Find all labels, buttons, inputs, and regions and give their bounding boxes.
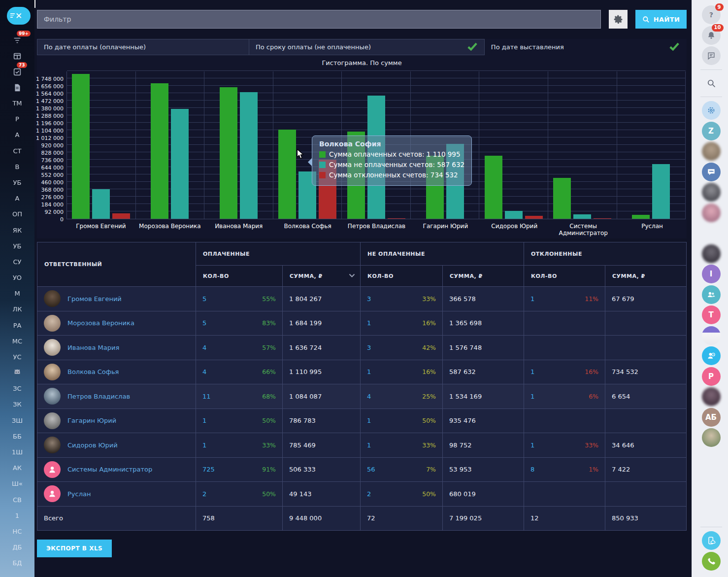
export-xls-button[interactable]: ЭКСПОРТ В XLS xyxy=(37,540,112,557)
group-avatar-icon[interactable] xyxy=(702,285,721,304)
sidebar-item-НС[interactable]: НС xyxy=(0,524,34,540)
sidebar-item-1[interactable]: 1 xyxy=(0,508,34,524)
responsible-link[interactable]: Системы Администратор xyxy=(67,466,152,473)
sidebar-item-СВ[interactable]: СВ xyxy=(0,492,34,508)
responsible-link[interactable]: Руслан xyxy=(67,490,91,498)
sidebar-item-Ш«[interactable]: Ш« xyxy=(0,476,34,492)
sidebar-item-ОП[interactable]: ОП xyxy=(0,206,34,222)
chat-avatar[interactable] xyxy=(702,183,721,202)
bar[interactable] xyxy=(240,92,258,219)
collapse-menu-button[interactable]: ✕ xyxy=(7,7,31,25)
sidebar-item-УБ[interactable]: УБ xyxy=(0,238,34,254)
col-header-paid-sum[interactable]: СУММА, ₽ xyxy=(283,266,361,287)
chat-avatar[interactable]: I xyxy=(702,265,721,283)
search-button[interactable]: НАЙТИ xyxy=(635,10,687,29)
sidebar-item-Р[interactable]: Р xyxy=(0,111,34,127)
bar[interactable] xyxy=(72,74,90,219)
responsible-link[interactable]: Громов Евгений xyxy=(67,295,122,303)
bar[interactable] xyxy=(632,215,650,219)
messages-icon[interactable] xyxy=(702,46,721,65)
search-icon[interactable] xyxy=(702,74,721,93)
chat-avatar[interactable]: Т xyxy=(702,305,721,324)
filter-input[interactable] xyxy=(37,10,601,29)
phone-icon[interactable] xyxy=(702,552,721,571)
col-header-unpaid-count[interactable]: КОЛ-ВО xyxy=(361,266,443,287)
responsible-link[interactable]: Сидоров Юрий xyxy=(67,441,118,449)
chat-avatar[interactable] xyxy=(702,204,721,222)
sidebar-item-М[interactable]: М xyxy=(0,286,34,302)
responsible-link[interactable]: Петров Владислав xyxy=(67,393,130,400)
sidebar-item-УО[interactable]: УО xyxy=(0,270,34,286)
chat-avatar[interactable] xyxy=(702,387,721,406)
sidebar-item-ЗШ[interactable]: ЗШ xyxy=(0,413,34,429)
bar[interactable] xyxy=(220,87,237,219)
sidebar-item-СТ[interactable]: СТ xyxy=(0,143,34,159)
chat-avatar[interactable] xyxy=(702,428,721,447)
sidebar-item-В[interactable]: В xyxy=(0,159,34,175)
col-header-declined-count[interactable]: КОЛ-ВО xyxy=(524,266,605,287)
bar[interactable] xyxy=(485,156,502,219)
sidebar-document-icon[interactable] xyxy=(11,81,24,94)
bar[interactable] xyxy=(171,109,189,219)
sidebar-item-ЗС[interactable]: ЗС xyxy=(0,381,34,397)
sidebar-item-1Ш[interactable]: 1Ш xyxy=(0,444,34,460)
sidebar-item-СУ[interactable]: СУ xyxy=(0,254,34,270)
group-chat-icon[interactable] xyxy=(702,163,721,181)
table-row: Руслан250%49 143250%680 019 xyxy=(37,482,687,507)
tab-2[interactable]: По сроку оплаты (не оплаченные) xyxy=(249,39,485,55)
sidebar-tasks-icon[interactable]: 73 xyxy=(11,66,24,78)
bar[interactable] xyxy=(278,130,296,219)
device-sync-icon[interactable] xyxy=(702,531,721,550)
chat-avatar[interactable]: Z xyxy=(702,122,721,140)
sidebar-item-ББ[interactable]: ББ xyxy=(0,429,34,444)
sidebar-item-ТМ[interactable]: ТМ xyxy=(0,96,34,111)
sidebar-item-ДБ[interactable]: ДБ xyxy=(0,540,34,555)
bar[interactable] xyxy=(505,211,523,219)
bar[interactable] xyxy=(151,83,168,219)
sidebar-item-ЛК[interactable]: ЛК xyxy=(0,302,34,317)
chat-avatar[interactable]: Р xyxy=(702,367,721,386)
col-header-unpaid-sum[interactable]: СУММА, ₽ xyxy=(443,266,524,287)
bar[interactable] xyxy=(594,218,611,219)
sidebar-item-БД[interactable]: БД xyxy=(0,555,34,571)
sidebar-item-АК[interactable]: АК xyxy=(0,460,34,476)
notifications-icon[interactable]: 10 xyxy=(702,26,721,45)
filter-settings-button[interactable] xyxy=(609,10,628,29)
chat-avatar[interactable]: АБ xyxy=(702,408,721,427)
bar[interactable] xyxy=(553,178,571,219)
bar[interactable] xyxy=(652,164,670,219)
tab-1[interactable]: По дате оплаты (оплаченные) xyxy=(37,39,249,55)
person-clock-icon[interactable] xyxy=(702,346,721,365)
document-chat-avatar[interactable] xyxy=(702,326,721,345)
sidebar-filter-icon[interactable]: 99+ xyxy=(11,34,24,47)
col-header-responsible[interactable]: ОТВЕТСТВЕННЫЙ xyxy=(37,242,196,287)
chat-avatar[interactable] xyxy=(702,142,721,161)
sidebar-item-ЯК[interactable]: ЯК xyxy=(0,223,34,238)
sidebar-robot-icon[interactable] xyxy=(11,367,24,379)
chat-avatar[interactable] xyxy=(702,244,721,263)
bar[interactable] xyxy=(92,189,110,219)
sidebar-item-УС[interactable]: УС xyxy=(0,349,34,365)
col-header-declined-sum[interactable]: СУММА, ₽ xyxy=(605,266,687,287)
sidebar-item-ЗК[interactable]: ЗК xyxy=(0,397,34,412)
bar[interactable] xyxy=(112,213,130,219)
bar[interactable] xyxy=(525,216,543,219)
app-service-icon[interactable] xyxy=(702,101,721,120)
sort-descending-icon[interactable] xyxy=(349,273,355,279)
bar[interactable] xyxy=(573,214,591,219)
sidebar-item-РА[interactable]: РА xyxy=(0,318,34,334)
responsible-link[interactable]: Иванова Мария xyxy=(67,344,119,351)
sidebar-kanban-icon[interactable] xyxy=(11,50,24,63)
sidebar-item-УБ[interactable]: УБ xyxy=(0,175,34,191)
chat-avatar[interactable] xyxy=(702,224,721,242)
responsible-link[interactable]: Волкова Софья xyxy=(67,368,119,375)
bar[interactable] xyxy=(388,218,405,219)
responsible-link[interactable]: Гагарин Юрий xyxy=(67,417,116,424)
sidebar-item-А[interactable]: А xyxy=(0,127,34,143)
col-header-paid-count[interactable]: КОЛ-ВО xyxy=(196,266,283,287)
tab-3[interactable]: По дате выставления xyxy=(485,39,687,55)
responsible-link[interactable]: Морозова Вероника xyxy=(67,319,134,327)
sidebar-item-МС[interactable]: МС xyxy=(0,334,34,349)
sidebar-item-А[interactable]: А xyxy=(0,191,34,206)
help-icon[interactable]: ?9 xyxy=(702,5,721,24)
